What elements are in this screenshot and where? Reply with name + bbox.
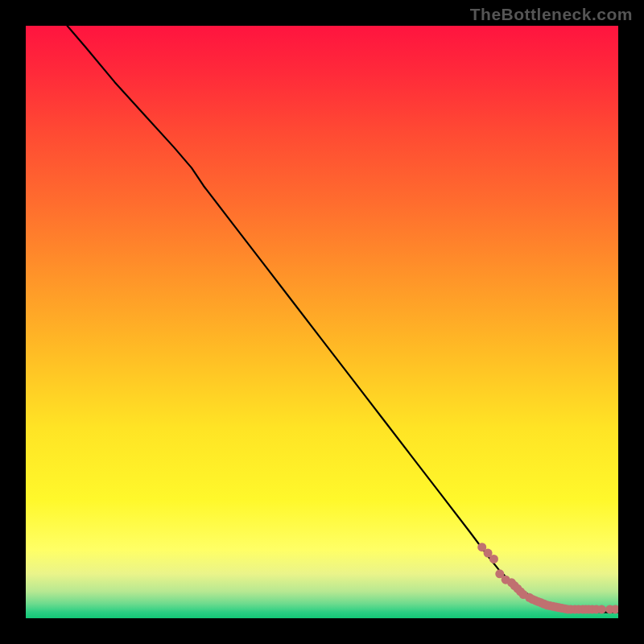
chart-frame: TheBottleneck.com (0, 0, 644, 644)
chart-svg (26, 26, 618, 618)
data-point (489, 555, 498, 564)
plot-area (26, 26, 618, 618)
gradient-rect (26, 26, 618, 618)
watermark-text: TheBottleneck.com (470, 5, 633, 24)
data-point (597, 605, 606, 613)
